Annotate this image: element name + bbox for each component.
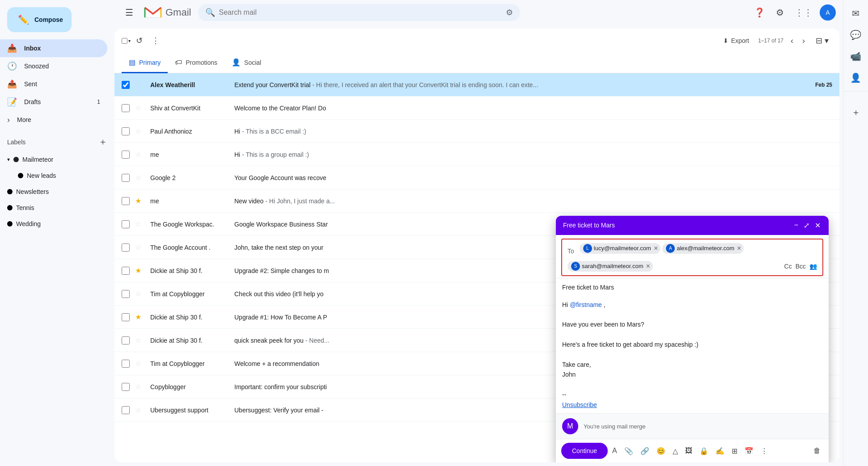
email-checkbox[interactable] — [122, 243, 130, 252]
star-button[interactable]: ☆ — [133, 218, 143, 230]
compose-close-button[interactable]: ✕ — [814, 220, 821, 231]
remove-alex-button[interactable]: × — [736, 245, 742, 252]
panel-chat-button[interactable]: 💬 — [846, 25, 866, 45]
label-item-newsletters[interactable]: Newsletters — [0, 184, 107, 200]
right-panel: ✉ 💬 📹 👤 ＋ — [843, 0, 868, 466]
email-row[interactable]: ★ me New video - Hi John, I just made a.… — [114, 189, 839, 213]
email-checkbox[interactable] — [122, 81, 130, 89]
to-field[interactable]: To L lucy@mailmeteor.com × A alex@mailme… — [561, 239, 823, 276]
hamburger-button[interactable]: ☰ — [122, 4, 137, 21]
email-row[interactable]: ☆ Paul Anthonioz Hi - This is a BCC emai… — [114, 120, 839, 143]
cc-button[interactable]: Cc — [784, 263, 792, 270]
lock-button[interactable]: 🔒 — [697, 444, 711, 458]
email-row[interactable]: ☆ Alex Weatherill Extend your ConvertKit… — [114, 73, 839, 97]
more-options-button[interactable]: ⋮ — [148, 32, 163, 49]
more-tools-button[interactable]: ⋮ — [758, 444, 771, 458]
email-checkbox[interactable] — [122, 174, 130, 182]
email-row[interactable]: ☆ me Hi - This is a group email :) — [114, 143, 839, 166]
star-button[interactable]: ☆ — [133, 404, 143, 416]
link-button[interactable]: 🔗 — [638, 444, 652, 458]
select-all-area[interactable]: ▾ — [122, 38, 131, 44]
label-item-mailmeteor[interactable]: ▾ Mailmeteor — [0, 151, 107, 168]
label-item-wedding[interactable]: Wedding — [0, 216, 107, 232]
email-checkbox[interactable] — [122, 104, 130, 112]
compose-body[interactable]: Hi @firstname , Have you ever been to Ma… — [556, 296, 829, 413]
compose-button[interactable]: ✏️ Compose — [7, 7, 72, 32]
refresh-button[interactable]: ↺ — [132, 32, 146, 49]
tab-social[interactable]: 👤 Social — [224, 53, 268, 73]
view-toggle-button[interactable]: ⊟ ▾ — [812, 32, 832, 49]
drive-button[interactable]: △ — [670, 444, 681, 458]
star-button[interactable]: ☆ — [133, 148, 143, 160]
dropdown-arrow[interactable]: ▾ — [128, 38, 131, 43]
email-checkbox[interactable] — [122, 290, 130, 298]
add-label-button[interactable]: ＋ — [98, 136, 107, 148]
star-button[interactable]: ☆ — [133, 334, 143, 346]
settings-button[interactable]: ⚙ — [772, 4, 788, 21]
bcc-button[interactable]: Bcc — [796, 263, 806, 270]
filter-icon[interactable]: ⚙ — [506, 8, 513, 17]
panel-meet-button[interactable]: 📹 — [846, 46, 866, 66]
delete-compose-button[interactable]: 🗑 — [811, 444, 823, 458]
tab-primary[interactable]: ▤ Primary — [122, 53, 168, 73]
calendar-button[interactable]: 📅 — [742, 444, 756, 458]
star-button[interactable]: ☆ — [133, 381, 143, 393]
email-checkbox[interactable] — [122, 197, 130, 205]
sidebar-item-drafts[interactable]: 📝 Drafts 1 — [0, 93, 107, 111]
people-icon[interactable]: 👥 — [809, 263, 817, 270]
signature-button[interactable]: ✍ — [713, 444, 727, 458]
attach-button[interactable]: 📎 — [622, 444, 636, 458]
sidebar-item-inbox[interactable]: 📥 Inbox — [0, 39, 107, 57]
panel-mail-button[interactable]: ✉ — [847, 4, 864, 23]
emoji-button[interactable]: 😊 — [654, 444, 668, 458]
select-all-checkbox[interactable] — [122, 38, 127, 44]
star-button[interactable]: ★ — [133, 311, 143, 323]
email-checkbox[interactable] — [122, 313, 130, 321]
remove-sarah-button[interactable]: × — [645, 263, 651, 270]
compose-expand-button[interactable]: ⤢ — [803, 220, 810, 231]
label-item-tennis[interactable]: Tennis — [0, 200, 107, 216]
email-checkbox[interactable] — [122, 127, 130, 135]
bold-button[interactable]: A — [610, 444, 620, 458]
star-button[interactable]: ☆ — [133, 241, 143, 253]
table-button[interactable]: ⊞ — [729, 444, 740, 458]
newsletters-label: Newsletters — [16, 188, 49, 195]
star-button[interactable]: ☆ — [133, 288, 143, 300]
email-checkbox[interactable] — [122, 336, 130, 344]
panel-add-button[interactable]: ＋ — [847, 102, 865, 123]
search-input[interactable] — [219, 8, 502, 17]
email-checkbox[interactable] — [122, 151, 130, 159]
label-item-new-leads[interactable]: New leads — [0, 168, 107, 184]
photo-button[interactable]: 🖼 — [682, 444, 695, 458]
sidebar-item-more[interactable]: › More — [0, 111, 107, 129]
sidebar-item-snoozed[interactable]: 🕐 Snoozed — [0, 57, 107, 75]
sidebar-item-sent[interactable]: 📤 Sent — [0, 75, 107, 93]
avatar[interactable]: A — [820, 4, 836, 21]
apps-button[interactable]: ⋮⋮ — [791, 4, 816, 21]
continue-button[interactable]: Continue — [561, 443, 608, 459]
subject-input[interactable] — [562, 280, 822, 294]
email-row[interactable]: ☆ Shiv at ConvertKit Welcome to the Crea… — [114, 97, 839, 120]
email-checkbox[interactable] — [122, 406, 130, 414]
prev-page-button[interactable]: ‹ — [787, 33, 797, 49]
compose-minimize-button[interactable]: − — [793, 220, 799, 231]
star-button[interactable]: ☆ — [133, 102, 143, 114]
star-button[interactable]: ☆ — [133, 172, 143, 184]
email-checkbox[interactable] — [122, 383, 130, 391]
star-button[interactable]: ☆ — [133, 125, 143, 137]
star-button[interactable]: ☆ — [133, 357, 143, 369]
export-button[interactable]: ⬇ Export — [718, 34, 754, 47]
remove-lucy-button[interactable]: × — [653, 245, 659, 252]
help-button[interactable]: ❓ — [750, 4, 769, 21]
email-row[interactable]: ☆ Google 2 Your Google Account was recov… — [114, 166, 839, 189]
tab-promotions[interactable]: 🏷 Promotions — [168, 53, 224, 73]
panel-contacts-button[interactable]: 👤 — [846, 68, 866, 88]
email-checkbox[interactable] — [122, 267, 130, 275]
star-button[interactable]: ★ — [133, 195, 143, 207]
unsubscribe-link[interactable]: Unsubscribe — [562, 401, 597, 408]
star-button[interactable]: ☆ — [133, 79, 143, 91]
email-checkbox[interactable] — [122, 220, 130, 228]
star-button[interactable]: ★ — [133, 264, 143, 277]
email-checkbox[interactable] — [122, 360, 130, 368]
next-page-button[interactable]: › — [799, 33, 809, 49]
